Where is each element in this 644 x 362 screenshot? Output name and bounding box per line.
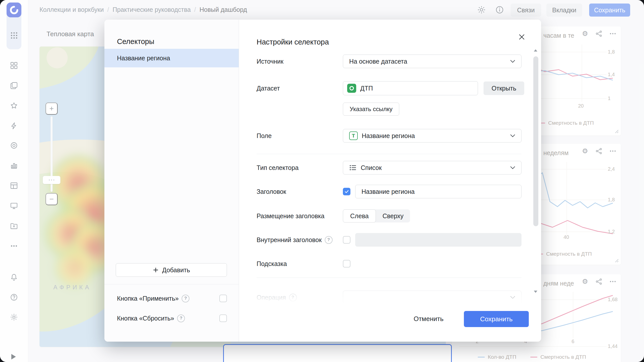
hint-checkbox[interactable] <box>343 260 350 267</box>
source-label: Источник <box>257 58 343 65</box>
dataset-icon <box>347 84 356 93</box>
placement-label: Размещение заголовка <box>257 212 343 220</box>
chevron-down-icon <box>510 166 515 169</box>
dataset-row: Датасет ДТП Открыть <box>257 81 521 95</box>
selector-type-select[interactable]: Список <box>343 161 521 174</box>
inner-title-input <box>355 233 521 247</box>
reset-button-checkbox[interactable] <box>219 314 227 322</box>
app-window: Коллекции и воркбуки / Практические руко… <box>0 0 644 362</box>
hint-row: Подсказка <box>257 260 521 267</box>
reset-button-label: Кнопка «Сбросить» <box>117 315 174 322</box>
hint-label: Подсказка <box>257 260 343 267</box>
selector-type-row: Тип селектора Список <box>257 161 521 174</box>
placement-option-top[interactable]: Сверху <box>374 209 410 222</box>
operation-row: Операция ? <box>257 291 521 304</box>
specify-link-button[interactable]: Указать ссылку <box>343 103 399 116</box>
dataset-label: Датасет <box>257 85 343 92</box>
heading-checkbox[interactable] <box>343 188 350 195</box>
open-dataset-button[interactable]: Открыть <box>484 81 524 95</box>
check-icon <box>344 189 349 194</box>
scroll-up-arrow-icon[interactable] <box>534 49 537 52</box>
list-icon <box>349 164 357 171</box>
field-row: Поле T Название региона <box>257 129 521 143</box>
add-selector-button[interactable]: Добавить <box>116 263 227 277</box>
selectors-list-panel: Селекторы Название региона Добавить Кноп… <box>104 20 239 342</box>
chevron-down-icon <box>510 134 515 137</box>
apply-button-row: Кнопка «Применить» ? <box>104 292 239 304</box>
inner-title-row: Внутренний заголовок ? <box>257 233 521 246</box>
help-question-icon[interactable]: ? <box>182 295 189 302</box>
divider <box>257 154 521 154</box>
plus-icon <box>153 267 159 273</box>
placement-option-left[interactable]: Слева <box>343 209 376 222</box>
new-selector-widget[interactable] <box>223 344 452 362</box>
selector-item-label: Название региона <box>117 55 170 62</box>
source-select[interactable]: На основе датасета <box>343 55 521 68</box>
heading-label: Заголовок <box>257 188 343 195</box>
heading-input[interactable] <box>355 185 521 198</box>
inner-title-label: Внутренний заголовок <box>257 236 322 244</box>
source-row: Источник На основе датасета <box>257 55 521 68</box>
dataset-field[interactable]: ДТП <box>343 81 478 95</box>
chevron-down-icon <box>510 296 515 299</box>
selectors-panel-title: Селекторы <box>117 37 154 46</box>
reset-button-row: Кнопка «Сбросить» ? <box>104 312 239 324</box>
help-question-icon[interactable]: ? <box>289 294 297 301</box>
heading-row: Заголовок <box>257 185 521 198</box>
field-type-text-icon: T <box>349 131 358 140</box>
field-label: Поле <box>257 132 343 140</box>
selector-type-label: Тип селектора <box>257 164 343 171</box>
selector-settings-panel: Настройки селектора Источник На основе д… <box>239 20 541 342</box>
placement-segmented-control: Слева Сверху <box>343 209 410 222</box>
divider <box>257 278 521 278</box>
placement-row: Размещение заголовка Слева Сверху <box>257 209 521 222</box>
dataset-name: ДТП <box>360 85 373 92</box>
apply-button-checkbox[interactable] <box>219 295 227 302</box>
selector-list-item[interactable]: Название региона <box>104 49 239 67</box>
operation-select[interactable] <box>343 291 521 304</box>
scrollbar-thumb[interactable] <box>533 56 538 226</box>
close-icon[interactable] <box>516 32 527 42</box>
settings-title: Настройки селектора <box>257 38 329 46</box>
dialog-save-button[interactable]: Сохранить <box>464 311 529 327</box>
selector-dialog: Селекторы Название региона Добавить Кноп… <box>104 20 541 342</box>
apply-button-label: Кнопка «Применить» <box>117 295 179 302</box>
chevron-down-icon <box>510 60 515 63</box>
divider <box>104 284 239 284</box>
help-question-icon[interactable]: ? <box>325 236 333 244</box>
operation-label: Операция <box>257 294 286 301</box>
inner-title-checkbox[interactable] <box>343 236 350 244</box>
cancel-button[interactable]: Отменить <box>405 311 453 327</box>
field-select[interactable]: T Название региона <box>343 129 521 143</box>
scroll-down-arrow-icon[interactable] <box>534 291 537 293</box>
help-question-icon[interactable]: ? <box>177 314 185 322</box>
